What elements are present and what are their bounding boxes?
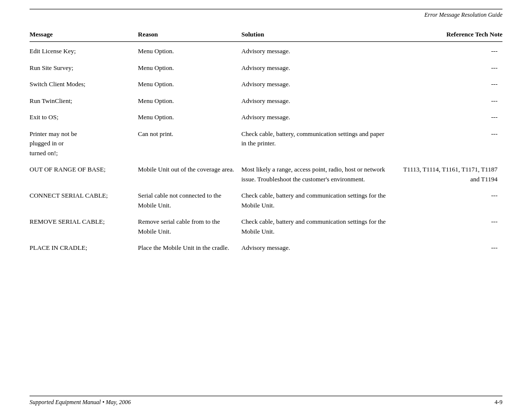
cell-message: Run Site Survey; [30,63,138,73]
table-row: Switch Client Modes; Menu Option. Adviso… [30,76,502,93]
cell-reference: --- [394,46,502,56]
cell-reason: Serial cable not connected to the Mobile… [138,191,241,210]
cell-solution: Advisory message. [241,79,394,89]
cell-message: CONNECT SERIAL CABLE; [30,191,138,201]
cell-reason: Menu Option. [138,79,241,89]
footer-left: Supported Equipment Manual • May, 2006 [30,399,131,406]
footer-right: 4-9 [495,399,502,406]
cell-reference: --- [394,63,502,73]
cell-solution: Most likely a range, access point, radio… [241,165,394,184]
cell-reason: Menu Option. [138,46,241,56]
header-title: Error Message Resolution Guide [424,11,502,19]
page-container: Error Message Resolution Guide Message R… [0,9,532,411]
cell-solution: Advisory message. [241,243,394,253]
cell-reference: --- [394,112,502,122]
cell-reference: --- [394,217,502,227]
cell-message: Run TwinClient; [30,96,138,106]
cell-reason: Menu Option. [138,96,241,106]
column-headers: Message Reason Solution Reference Tech N… [30,31,502,42]
table-row: Edit License Key; Menu Option. Advisory … [30,43,502,60]
table-row: Run Site Survey; Menu Option. Advisory m… [30,60,502,76]
table-row: PLACE IN CRADLE; Place the Mobile Unit i… [30,240,502,256]
cell-solution: Check cable, battery and communication s… [241,191,394,210]
cell-reference: --- [394,191,502,201]
cell-reason: Place the Mobile Unit in the cradle. [138,243,241,253]
cell-solution: Advisory message. [241,63,394,73]
col-header-reference: Reference Tech Note [394,31,502,38]
table-area: Message Reason Solution Reference Tech N… [30,31,502,256]
footer-bar: Supported Equipment Manual • May, 2006 4… [30,396,502,406]
cell-reference: --- [394,243,502,253]
cell-reason: Can not print. [138,129,241,139]
col-header-solution: Solution [241,31,394,38]
cell-reference: T1113, T1114, T1161, T1171, T1187 and T1… [394,165,502,184]
col-header-reason: Reason [138,31,241,38]
table-body: Edit License Key; Menu Option. Advisory … [30,43,502,256]
cell-reference: --- [394,79,502,89]
cell-solution: Check cable, battery, communication sett… [241,129,394,148]
table-row: CONNECT SERIAL CABLE; Serial cable not c… [30,187,502,213]
cell-message: Switch Client Modes; [30,79,138,89]
cell-reason: Menu Option. [138,112,241,122]
cell-message: REMOVE SERIAL CABLE; [30,217,138,227]
cell-message: OUT OF RANGE OF BASE; [30,165,138,174]
col-header-message: Message [30,31,138,38]
cell-message: Printer may not be plugged in or turned … [30,129,138,158]
cell-reason: Remove serial cable from to the Mobile U… [138,217,241,236]
cell-solution: Advisory message. [241,46,394,56]
cell-reference: --- [394,96,502,106]
table-row: OUT OF RANGE OF BASE; Mobile Unit out of… [30,161,502,187]
cell-reason: Menu Option. [138,63,241,73]
header-bar: Error Message Resolution Guide [30,9,502,19]
cell-solution: Check cable, battery and communication s… [241,217,394,236]
cell-message: Exit to OS; [30,112,138,122]
cell-message: Edit License Key; [30,46,138,56]
cell-message: PLACE IN CRADLE; [30,243,138,253]
cell-reference: --- [394,129,502,139]
cell-solution: Advisory message. [241,112,394,122]
cell-reason: Mobile Unit out of the coverage area. [138,165,241,174]
table-row: Run TwinClient; Menu Option. Advisory me… [30,93,502,109]
table-row: Exit to OS; Menu Option. Advisory messag… [30,109,502,126]
table-row: REMOVE SERIAL CABLE; Remove serial cable… [30,213,502,240]
cell-solution: Advisory message. [241,96,394,106]
table-row: Printer may not be plugged in or turned … [30,126,502,162]
